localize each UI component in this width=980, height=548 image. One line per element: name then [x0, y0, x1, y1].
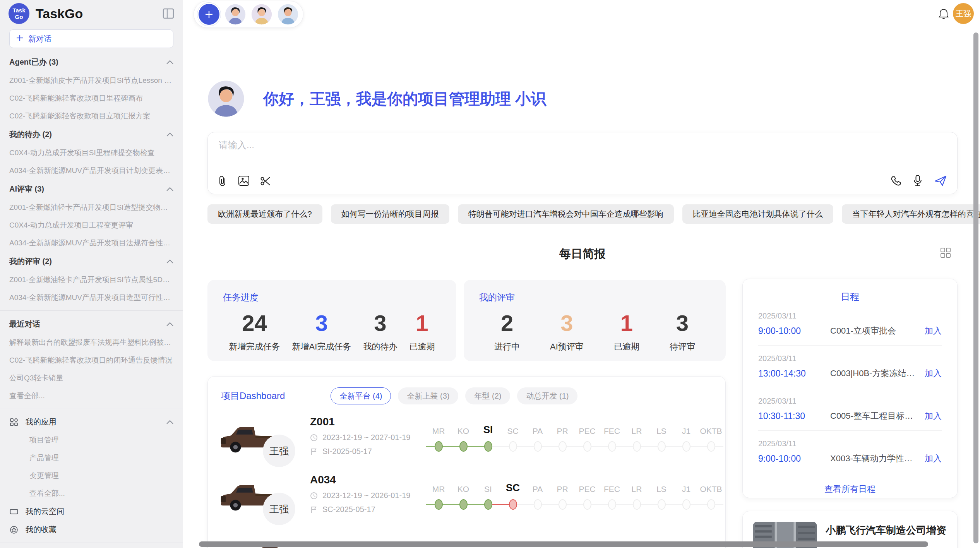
sidebar-section-header[interactable]: 我的待办 (2) [0, 125, 183, 144]
milestone: PA [525, 478, 550, 510]
dashboard-tab[interactable]: 全新上装 (3) [398, 387, 458, 404]
project-row[interactable]: 王强Z0012023-12-19 ~ 2027-01-19SI-2025-05-… [208, 407, 725, 465]
milestone-segment [699, 446, 707, 447]
view-all-schedule-link[interactable]: 查看所有日程 [743, 483, 957, 495]
stat-value: 3 [363, 310, 397, 336]
assistant-avatar-2[interactable] [251, 4, 272, 25]
sidebar-item[interactable]: A034-全新新能源MUV产品开发项目法规符合性评审 [0, 234, 183, 252]
milestone-label: SI [484, 478, 492, 494]
milestone: LS [649, 420, 674, 452]
suggestion-chip[interactable]: 欧洲新规最近颁布了什么? [207, 204, 322, 224]
chevron-up-icon[interactable] [166, 132, 173, 137]
sidebar-item[interactable]: A034-全新新能源MUV产品开发项目计划变更表编写 [0, 162, 183, 180]
milestone: LR [624, 478, 649, 510]
send-icon[interactable] [934, 175, 947, 187]
logo-line2: Go [15, 14, 23, 20]
sidebar-app-item[interactable]: 项目管理 [0, 431, 183, 449]
sidebar-item[interactable]: Z001-全新燃油皮卡产品开发项目SI节点Lesson Learn报告 [0, 72, 183, 89]
apps-grid-icon [9, 418, 19, 426]
assistant-avatar-1[interactable] [225, 4, 246, 25]
layout-grid-icon[interactable] [940, 247, 951, 260]
sidebar-section-header[interactable]: AI评审 (3) [0, 180, 183, 199]
milestone: LS [649, 478, 674, 510]
paperclip-icon[interactable] [217, 175, 228, 187]
view-all-link[interactable]: 查看全部... [0, 387, 183, 405]
dashboard-tab[interactable]: 年型 (2) [465, 387, 510, 404]
suggestion-chip[interactable]: 比亚迪全固态电池计划具体说了什么 [682, 204, 833, 224]
sidebar-section-title: 最近对话 [9, 319, 40, 329]
milestone-segment [500, 446, 509, 447]
milestone-dot [484, 499, 492, 510]
sidebar-item[interactable]: Z001-全新燃油轻卡产品开发项目SI节点属性5D文件评审 [0, 271, 183, 289]
milestone-segment [616, 504, 625, 505]
join-link[interactable]: 加入 [925, 325, 942, 337]
chevron-up-icon[interactable] [166, 259, 173, 264]
my-apps-label: 我的应用 [26, 417, 57, 427]
sidebar-item[interactable]: 解释最新出台的欧盟报废车法规再生塑料比例被调至15%... [0, 334, 183, 351]
sidebar-collapse-icon[interactable] [163, 8, 174, 19]
cloud-folder-icon [9, 508, 19, 515]
sidebar-item[interactable]: C02-飞腾新能源轻客改款项目的闭环通告反馈情况 [0, 351, 183, 369]
milestone-label: OKTB [700, 420, 722, 436]
milestone: MR [426, 420, 451, 452]
milestone-dot [633, 441, 641, 452]
sidebar-item[interactable]: C02-飞腾新能源轻客改款项目立项汇报方案 [0, 107, 183, 125]
sidebar-item[interactable]: C0X4-动力总成开发项目工程变更评审 [0, 216, 183, 234]
assistant-avatar-3[interactable] [278, 4, 298, 25]
sidebar-section-header[interactable]: 我的评审 (2) [0, 252, 183, 271]
chevron-up-icon[interactable] [166, 60, 173, 64]
scissors-icon[interactable] [260, 175, 271, 187]
sidebar-item[interactable]: C0X4-动力总成开发项目SI里程碑提交物检查 [0, 144, 183, 162]
sidebar-app-item[interactable]: 变更管理 [0, 467, 183, 485]
project-date-range: 2023-12-19 ~ 2027-01-19 [310, 433, 426, 442]
join-link[interactable]: 加入 [925, 453, 942, 464]
vertical-scrollbar[interactable] [973, 33, 978, 543]
greeting-text: 你好，王强，我是你的项目管理助理 小识 [263, 88, 546, 110]
milestone: SI [476, 478, 500, 510]
notification-bell-icon[interactable] [938, 8, 949, 21]
milestone-dotrow [500, 499, 525, 510]
sidebar-item[interactable]: A034-全新新能源MUV产品开发项目造型可行性评审 [0, 289, 183, 307]
chevron-up-icon[interactable] [166, 322, 173, 326]
dashboard-tab[interactable]: 全新平台 (4) [331, 387, 391, 404]
join-link[interactable]: 加入 [925, 368, 942, 379]
milestone-dotrow [451, 499, 476, 510]
view-all-link[interactable]: 查看全部... [0, 485, 183, 502]
microphone-icon[interactable] [913, 175, 922, 187]
milestone-dotrow [624, 499, 649, 510]
suggestion-chip[interactable]: 特朗普可能对进口汽车增税会对中国车企造成哪些影响 [458, 204, 674, 224]
milestone-segment [550, 446, 559, 447]
sidebar-item[interactable]: Z001-全新燃油轻卡产品开发项目SI造型提交物评审 [0, 199, 183, 216]
sidebar-section-header[interactable]: 最近对话 [0, 315, 183, 334]
chevron-up-icon[interactable] [166, 420, 173, 424]
new-chat-button[interactable]: 新对话 [9, 29, 173, 48]
apps-subitems: 项目管理产品管理变更管理查看全部... [0, 431, 183, 502]
dashboard-tab[interactable]: 动总开发 (1) [517, 387, 577, 404]
project-row[interactable]: 王强A0342023-12-19 ~ 2026-01-19SC-2025-05-… [208, 465, 725, 523]
sidebar-item-favorites[interactable]: 我的收藏 [0, 521, 183, 539]
milestone-segment [476, 446, 484, 447]
event-name: C003|H0B-方案冻结评审 [830, 368, 920, 379]
logo-line1: Task [12, 7, 25, 14]
horizontal-scrollbar[interactable] [199, 541, 928, 547]
sidebar-app-item[interactable]: 产品管理 [0, 449, 183, 467]
sidebar-item[interactable]: 公司Q3轻卡销量 [0, 369, 183, 387]
sidebar-section-header[interactable]: Agent已办 (3) [0, 53, 183, 72]
chevron-up-icon[interactable] [166, 187, 173, 191]
sidebar-item[interactable]: C02-飞腾新能源轻客改款项目里程碑画布 [0, 89, 183, 107]
add-assistant-button[interactable] [199, 4, 219, 25]
suggestion-chip[interactable]: 当下年轻人对汽车外观有怎样的喜好趋势 [842, 204, 980, 224]
dashboard-tabs: 全新平台 (4)全新上装 (3)年型 (2)动总开发 (1) [331, 387, 577, 404]
phone-call-icon[interactable] [891, 175, 901, 186]
sidebar-item-my-apps[interactable]: 我的应用 [0, 413, 183, 431]
stat-card: 我的评审2进行中3AI预评审1已逾期3待评审 [464, 280, 726, 361]
sidebar-item-cloud-space[interactable]: 我的云空间 [0, 502, 183, 521]
milestone-dot [707, 441, 715, 452]
image-icon[interactable] [238, 175, 250, 187]
join-link[interactable]: 加入 [925, 410, 942, 422]
milestone-dotrow [600, 441, 624, 452]
suggestion-chip[interactable]: 如何写一份清晰的项目周报 [331, 204, 449, 224]
chat-input[interactable] [218, 139, 839, 151]
event-row: 9:00-10:00C001-立项审批会加入 [758, 325, 942, 337]
user-avatar[interactable]: 王强 [953, 3, 974, 24]
